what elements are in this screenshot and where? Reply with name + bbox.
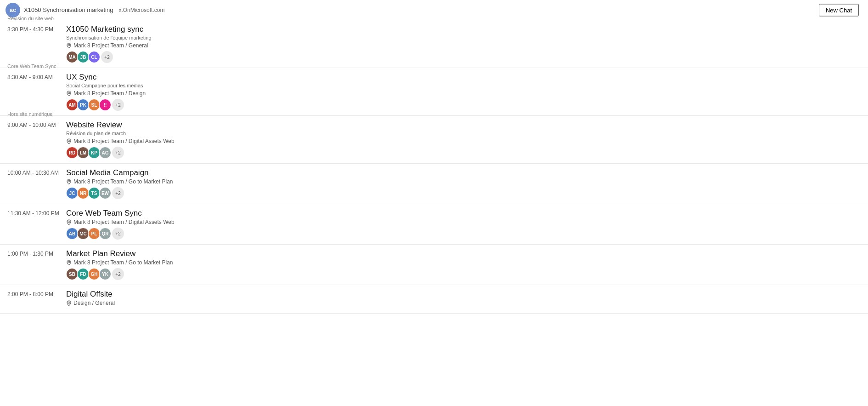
event-body: Market Plan Review Mark 8 Project Team /… [62,249,861,280]
svg-point-1 [68,92,70,94]
event-time: 1:00 PM - 1:30 PM [7,249,62,258]
event-title: UX Sync [66,73,861,82]
participant-avatar: KP [88,147,100,159]
event-title: Market Plan Review [66,249,861,258]
event-body: UX Sync Social Campagne pour les médias … [62,73,861,111]
event-time: 9:00 AM - 10:00 AM [7,120,62,129]
participant-avatar: CL [88,51,100,63]
event-time: 8:30 AM - 9:00 AM [7,73,62,81]
avatars-row: AMPKSL!!+2 [66,99,861,111]
channel-text: Mark 8 Project Team / Digital Assets Web [73,138,175,144]
participant-avatar: GH [88,268,100,280]
event-card-event-6[interactable]: 1:00 PM - 1:30 PM Market Plan Review Mar… [0,245,868,285]
event-subtitle: Synchronisation de l'équipe marketing [66,35,861,40]
event-channel: Mark 8 Project Team / Go to Market Plan [66,259,861,266]
user-avatar[interactable]: ac [6,3,20,17]
avatars-row: ABMCPLQR+2 [66,228,861,240]
location-icon [66,91,72,96]
top-bar: ac X1050 Synchronisation marketing x.OnM… [0,0,868,20]
calendar-list: Révision du site web 3:30 PM - 4:30 PM X… [0,20,868,323]
participant-avatar: SL [88,99,100,111]
svg-point-4 [68,221,70,223]
svg-point-5 [68,261,70,263]
location-icon [66,300,72,306]
participant-avatar: MC [77,228,89,240]
event-subtitle: Révision du plan de march [66,131,861,136]
avatars-row: SBFDGHYK+2 [66,268,861,280]
participant-avatar: FD [77,268,89,280]
location-icon [66,219,72,225]
event-channel: Mark 8 Project Team / Digital Assets Web [66,138,861,144]
event-body: Social Media Campaign Mark 8 Project Tea… [62,168,861,199]
top-bar-title: X1050 Synchronisation marketing [24,6,113,13]
channel-text: Mark 8 Project Team / General [73,42,148,49]
participant-avatar: NR [77,187,89,199]
more-participants: +2 [112,268,124,280]
location-icon [66,260,72,265]
more-participants: +2 [112,147,124,159]
participant-avatar: AM [66,99,78,111]
event-title: Digital Offsite [66,290,861,299]
event-subtitle: Social Campagne pour les médias [66,83,861,88]
participant-avatar: LM [77,147,89,159]
channel-text: Mark 8 Project Team / Design [73,90,146,97]
channel-text: Mark 8 Project Team / Digital Assets Web [73,219,175,225]
event-body: Core Web Team Sync Mark 8 Project Team /… [62,209,861,240]
participant-avatar: EW [99,187,111,199]
event-card-event-3[interactable]: Hors site numérique 9:00 AM - 10:00 AM W… [0,116,868,164]
event-card-event-5[interactable]: 11:30 AM - 12:00 PM Core Web Team Sync M… [0,204,868,245]
participant-avatar: YK [99,268,111,280]
avatars-row: JCNRTSEW+2 [66,187,861,199]
participant-avatar: !! [99,99,111,111]
event-time: 3:30 PM - 4:30 PM [7,25,62,34]
event-time: 11:30 AM - 12:00 PM [7,209,62,217]
participant-avatar: TS [88,187,100,199]
participant-avatar: JC [66,187,78,199]
event-body: Website Review Révision du plan de march… [62,120,861,159]
participant-avatar: SB [66,268,78,280]
participant-avatar: PK [77,99,89,111]
location-icon [66,179,72,184]
event-card-event-4[interactable]: 10:00 AM - 10:30 AM Social Media Campaig… [0,164,868,204]
participant-avatar: PL [88,228,100,240]
location-icon [66,43,72,48]
participant-avatar: AG [99,147,111,159]
event-title: Website Review [66,120,861,130]
event-title: Social Media Campaign [66,168,861,177]
more-participants: +2 [112,187,124,199]
svg-point-6 [68,302,70,303]
more-participants: +2 [112,228,124,240]
event-time: 2:00 PM - 8:00 PM [7,290,62,298]
avatar-initials: ac [10,6,16,13]
event-channel: Mark 8 Project Team / General [66,42,861,49]
svg-point-0 [68,44,70,46]
participant-avatar: MA [66,51,78,63]
more-participants: +2 [112,99,124,111]
svg-point-3 [68,180,70,182]
event-card-event-1[interactable]: Révision du site web 3:30 PM - 4:30 PM X… [0,20,868,68]
event-channel: Design / General [66,300,861,306]
event-time: 10:00 AM - 10:30 AM [7,168,62,177]
top-bar-url: x.OnMicrosoft.com [118,7,164,13]
event-body: X1050 Marketing sync Synchronisation de … [62,25,861,63]
event-channel: Mark 8 Project Team / Digital Assets Web [66,219,861,225]
event-card-event-7[interactable]: 2:00 PM - 8:00 PM Digital Offsite Design… [0,285,868,314]
channel-text: Mark 8 Project Team / Go to Market Plan [73,178,173,185]
avatars-row: RDLMKPAG+2 [66,147,861,159]
channel-text: Mark 8 Project Team / Go to Market Plan [73,259,173,266]
svg-point-2 [68,140,70,142]
participant-avatar: RD [66,147,78,159]
event-title: X1050 Marketing sync [66,25,861,34]
page-wrapper: ac X1050 Synchronisation marketing x.OnM… [0,0,868,323]
new-chat-button[interactable]: New Chat [819,4,859,16]
channel-text: Design / General [73,300,115,306]
event-channel: Mark 8 Project Team / Design [66,90,861,97]
event-title: Core Web Team Sync [66,209,861,218]
event-card-event-2[interactable]: Core Web Team Sync 8:30 AM - 9:00 AM UX … [0,68,868,116]
participant-avatar: JB [77,51,89,63]
event-body: Digital Offsite Design / General [62,290,861,309]
more-participants: +2 [101,51,113,63]
event-channel: Mark 8 Project Team / Go to Market Plan [66,178,861,185]
top-bar-left: ac X1050 Synchronisation marketing x.OnM… [6,3,164,17]
participant-avatar: AB [66,228,78,240]
